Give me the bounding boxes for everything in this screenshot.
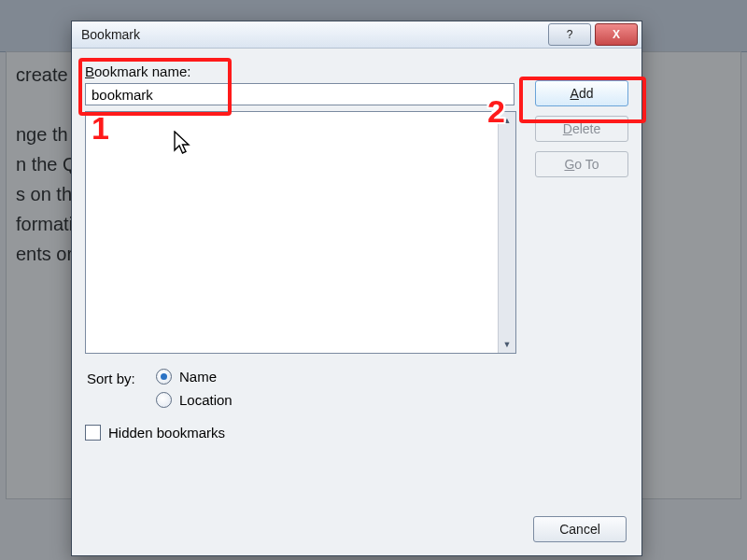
sort-by-label: Sort by: [87,369,156,386]
bookmark-listbox[interactable]: ▲ ▼ [85,111,516,354]
goto-button: Go To [535,151,628,177]
bookmark-list-area[interactable] [86,112,498,353]
add-button[interactable]: Add [535,80,628,106]
close-button[interactable]: X [595,23,638,46]
sort-name-label: Name [179,369,217,385]
hidden-bookmarks-checkbox[interactable] [85,425,101,441]
sort-location-label: Location [179,392,233,408]
sort-location-radio[interactable]: Location [156,392,233,408]
dialog-titlebar: Bookmark ? X [72,21,641,49]
sort-name-radio[interactable]: Name [156,369,233,385]
dialog-body: Bookmark name: ▲ ▼ Add [72,49,641,555]
scroll-down-icon[interactable]: ▼ [499,336,515,353]
help-button[interactable]: ? [548,23,591,46]
bookmark-name-input[interactable] [85,83,514,105]
bookmark-dialog: Bookmark ? X Bookmark name: ▲ ▼ [71,21,642,556]
radio-dot-icon [156,392,172,408]
cancel-button[interactable]: Cancel [533,516,627,542]
bookmark-name-label: Bookmark name: [85,63,516,79]
listbox-scrollbar[interactable]: ▲ ▼ [498,112,515,353]
dialog-title: Bookmark [81,27,548,42]
delete-button: Delete [535,116,628,142]
hidden-bookmarks-label: Hidden bookmarks [108,425,225,441]
radio-dot-icon [156,369,172,385]
scroll-up-icon[interactable]: ▲ [499,112,515,129]
